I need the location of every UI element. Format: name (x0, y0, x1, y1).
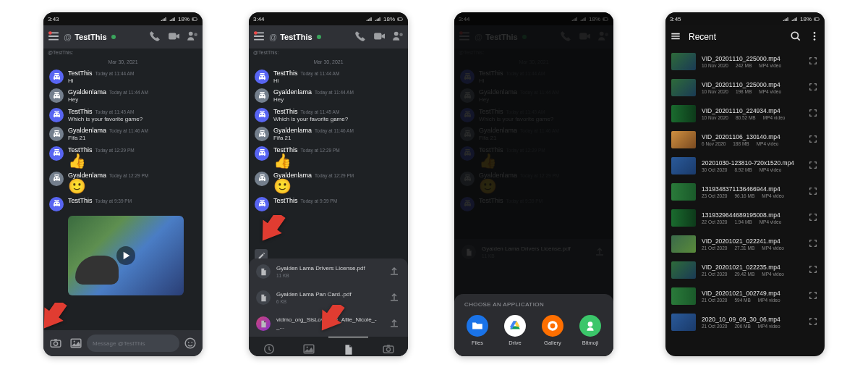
author: TestThis (273, 108, 298, 115)
members-button[interactable] (187, 30, 198, 43)
menu-button[interactable] (48, 30, 59, 43)
message[interactable]: GyaldenlamaToday at 11:46 AMFifa 21 (249, 125, 408, 143)
search-button[interactable] (790, 30, 801, 43)
file-date: 21 Oct 2020 (702, 298, 727, 303)
tab-recent[interactable] (249, 337, 289, 356)
message[interactable]: TestThisToday at 12:29 PM👍 (249, 144, 408, 169)
video-row[interactable]: VID_20201021_002749.mp4 21 Oct 2020594 M… (665, 283, 825, 309)
video-row[interactable]: 1319329644689195008.mp4 22 Oct 20201.94 … (665, 205, 825, 231)
video-button[interactable] (168, 30, 179, 43)
chooser-label: CHOOSE AN APPLICATION (454, 301, 613, 315)
screen-file-picker: 3:45 18% Recent VID_20201110_225000.mp4 … (665, 12, 825, 356)
tab-images[interactable] (289, 337, 328, 356)
screen-app-chooser: 3:44 18% @TestThis @TestThis: Mar 30, 20… (454, 12, 613, 356)
video-thumb (671, 209, 696, 227)
screen-discord-chat: 3:43 18% @ TestThis @TestThis: Mar 30, 2… (43, 12, 203, 356)
avatar (255, 88, 269, 103)
file-type: MP4 video (760, 219, 782, 224)
author: Gyaldenlama (68, 127, 106, 134)
file-icon (256, 290, 271, 305)
avatar (49, 108, 64, 122)
video-row[interactable]: 20201030-123810-720x1520.mp4 30 Oct 2020… (665, 153, 825, 179)
video-row[interactable]: VID_20201106_130140.mp4 6 Nov 2020188 MB… (665, 127, 825, 153)
tab-camera[interactable] (368, 337, 408, 356)
call-button[interactable] (354, 30, 366, 43)
author: TestThis (68, 70, 93, 77)
video-row[interactable]: VID_20201021_022235.mp4 21 Oct 202029.42… (665, 257, 825, 283)
file-date: 10 Nov 2020 (702, 115, 728, 120)
message[interactable]: GyaldenlamaToday at 11:44 AMHey (249, 86, 408, 105)
menu-button[interactable] (253, 30, 265, 43)
drive-icon (504, 315, 526, 337)
file-size: 8.92 MB (734, 167, 752, 172)
menu-button[interactable] (670, 30, 681, 43)
gallery-button[interactable] (67, 334, 85, 353)
tab-files[interactable] (328, 337, 368, 356)
play-button[interactable] (116, 246, 135, 265)
avatar (49, 127, 64, 141)
file-type: MP4 video (758, 298, 780, 303)
status-bar: 3:43 18% (43, 12, 203, 25)
video-row[interactable]: VID_20201110_224934.mp4 10 Nov 202080.52… (665, 101, 825, 127)
timestamp: Today at 11:46 AM (109, 128, 148, 133)
channel-title: TestThis (280, 33, 312, 41)
app-gallery[interactable]: Gallery (542, 315, 563, 346)
signal-icon (161, 16, 167, 22)
message[interactable]: TestThisToday at 9:39 PM (249, 195, 408, 213)
application-chooser: CHOOSE AN APPLICATION Files Drive Galler… (454, 294, 613, 356)
file-date: 21 Oct 2020 (702, 324, 727, 329)
emoji-button[interactable] (181, 334, 200, 353)
video-row[interactable]: VID_20201021_022241.mp4 21 Oct 202027.31… (665, 231, 825, 257)
app-bitmoji[interactable]: Bitmoji (579, 315, 601, 346)
expand-icon (809, 56, 819, 67)
message[interactable]: GyaldenlamaToday at 11:44 AMHey (43, 86, 203, 105)
message[interactable]: GyaldenlamaToday at 12:29 PM🙂 (249, 169, 408, 195)
author: TestThis (68, 108, 93, 115)
message[interactable]: TestThisToday at 11:45 AMWhich is your f… (249, 106, 408, 125)
folder-icon (467, 315, 488, 337)
avatar (49, 146, 64, 161)
video-attachment[interactable] (68, 216, 184, 295)
message-input[interactable]: Message @TestThis (87, 335, 179, 352)
signal-icon (783, 16, 789, 22)
file-name: VID_20201021_022235.mp4 (702, 264, 803, 271)
message[interactable]: TestThisToday at 9:39 PM (43, 195, 203, 213)
camera-button[interactable] (46, 334, 65, 353)
annotation-arrow (320, 305, 352, 338)
video-thumb (671, 105, 696, 122)
message[interactable]: TestThisToday at 11:45 AMWhich is your f… (43, 106, 203, 125)
file-name: 2020_10_09_09_30_06.mp4 (702, 316, 803, 323)
call-button[interactable] (149, 30, 161, 43)
video-button[interactable] (373, 30, 385, 43)
channel-title: TestThis (75, 33, 106, 41)
message[interactable]: GyaldenlamaToday at 11:46 AMFifa 21 (43, 125, 203, 143)
signal-icon (366, 16, 373, 22)
file-size: 29.42 MB (734, 272, 754, 277)
app-files[interactable]: Files (467, 315, 488, 346)
timestamp: Today at 11:45 AM (301, 109, 340, 114)
avatar (255, 70, 269, 84)
timestamp: Today at 12:29 PM (315, 173, 354, 178)
picker-header: Recent (665, 25, 825, 49)
app-drive[interactable]: Drive (504, 315, 526, 346)
file-name: VID_20201110_225000.mp4 (702, 81, 803, 88)
annotation-arrow (43, 303, 74, 336)
message[interactable]: TestThisToday at 11:44 AMHi (249, 67, 408, 86)
video-row[interactable]: 2020_10_09_09_30_06.mp4 21 Oct 2020206 M… (665, 309, 825, 335)
members-button[interactable] (392, 30, 404, 43)
more-button[interactable] (809, 30, 820, 43)
author: TestThis (273, 197, 298, 204)
file-row[interactable]: Gyalden Lama Drivers License.pdf11 KB (249, 258, 408, 285)
author: TestThis (273, 70, 298, 77)
video-row[interactable]: VID_20201110_225000.mp4 10 Nov 2020198 M… (665, 75, 825, 101)
author: Gyaldenlama (273, 127, 312, 134)
timestamp: Today at 11:44 AM (301, 71, 340, 76)
channel-header: @ TestThis (43, 25, 203, 49)
picker-title: Recent (689, 32, 716, 42)
message[interactable]: TestThisToday at 11:44 AMHi (43, 67, 203, 86)
message[interactable]: TestThisToday at 12:29 PM👍 (43, 144, 203, 169)
video-row[interactable]: 1319348371136466944.mp4 23 Oct 202096.16… (665, 179, 825, 205)
video-row[interactable]: VID_20201110_225000.mp4 10 Nov 2020242 M… (665, 49, 825, 75)
file-date: 10 Nov 2020 (702, 89, 728, 94)
message[interactable]: GyaldenlamaToday at 12:29 PM🙂 (43, 169, 203, 195)
